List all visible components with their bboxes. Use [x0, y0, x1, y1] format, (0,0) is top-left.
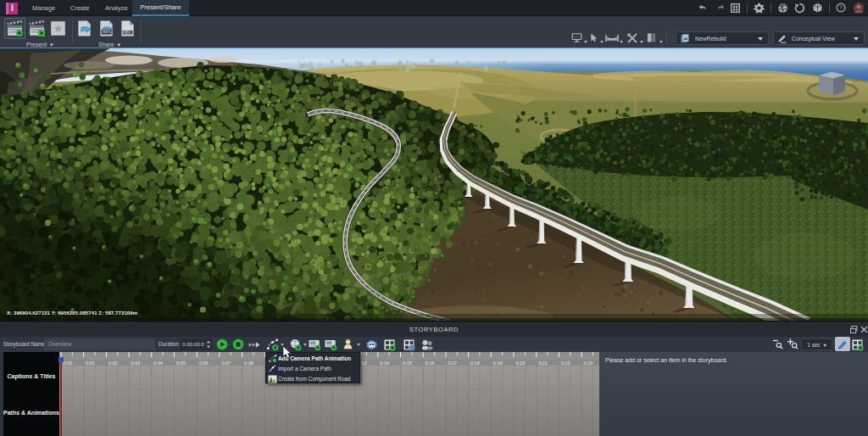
svg-text:0:14: 0:14	[380, 361, 389, 366]
svg-text:0:15: 0:15	[403, 361, 412, 366]
svg-text:0:00: 0:00	[64, 361, 73, 366]
svg-text:0:17: 0:17	[448, 361, 457, 366]
svg-text:0:04: 0:04	[153, 361, 163, 366]
svg-text:?: ?	[839, 4, 843, 10]
svg-text:0:19: 0:19	[493, 361, 503, 366]
svg-text:0:21: 0:21	[538, 361, 548, 366]
svg-text:0:06: 0:06	[199, 361, 209, 366]
svg-text:0:08: 0:08	[244, 361, 253, 366]
svg-text:0:03: 0:03	[131, 361, 141, 366]
svg-text:0:07: 0:07	[221, 361, 231, 366]
svg-text:FBX: FBX	[123, 31, 131, 35]
svg-text:0:20: 0:20	[516, 361, 526, 366]
svg-text:0:01: 0:01	[86, 361, 95, 366]
svg-text:0:16: 0:16	[426, 361, 435, 366]
svg-text:0:23: 0:23	[584, 361, 593, 366]
svg-text:0:18: 0:18	[470, 361, 480, 366]
svg-text:IMX: IMX	[103, 29, 111, 34]
svg-text:0:02: 0:02	[108, 361, 118, 366]
svg-text:0:05: 0:05	[176, 361, 186, 366]
svg-text:0:22: 0:22	[561, 361, 570, 366]
